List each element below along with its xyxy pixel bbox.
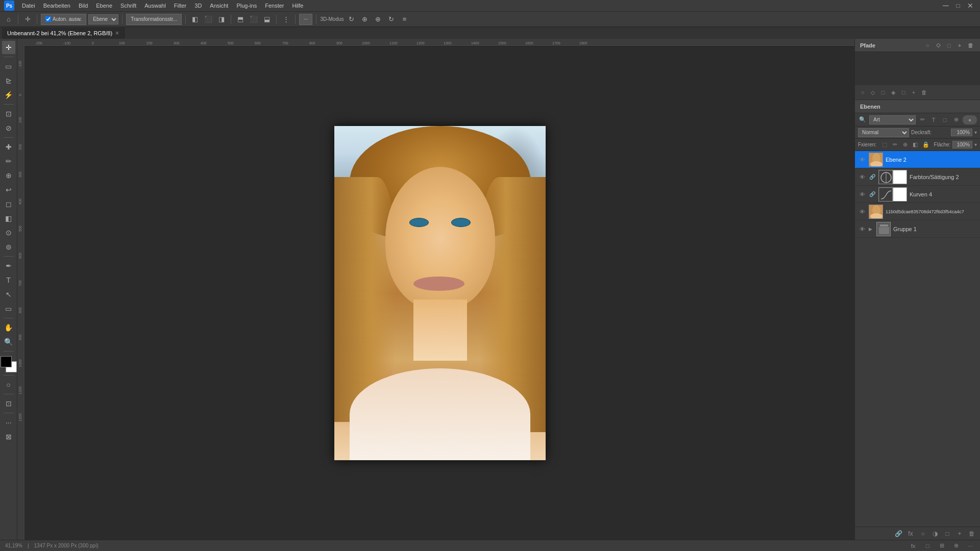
paths-rect-btn[interactable]: □ <box>944 41 953 50</box>
status-more-btn[interactable]: ··· <box>966 541 975 550</box>
move-tool-icon[interactable]: ✛ <box>22 14 33 25</box>
brush-tool-btn[interactable]: ✏ <box>2 155 15 168</box>
menu-bearbeiten[interactable]: Bearbeiten <box>40 2 74 10</box>
layer-item-gruppe1[interactable]: 👁 ▶ Gruppe 1 <box>855 220 980 238</box>
layer-eye-kurven4[interactable]: 👁 <box>858 190 866 198</box>
paths-icon-1[interactable]: ○ <box>858 88 867 97</box>
link-layers-btn[interactable]: 🔗 <box>893 529 903 539</box>
selection-tool-btn[interactable]: ▭ <box>2 60 15 73</box>
layer-chain-kurven4[interactable]: 🔗 <box>869 191 876 198</box>
layers-filter-btn-2[interactable]: T <box>929 115 938 124</box>
window-minimize-btn[interactable]: ─ <box>940 0 951 11</box>
stamp-tool-btn[interactable]: ⊕ <box>2 169 15 182</box>
heal-tool-btn[interactable]: ✚ <box>2 140 15 154</box>
layer-eye-ebene2[interactable]: 👁 <box>858 156 866 164</box>
move-tool-btn[interactable]: ✛ <box>2 41 15 54</box>
align-left-icon[interactable]: ◧ <box>189 14 201 25</box>
layer-mode-select[interactable]: Ebene <box>88 14 118 24</box>
layer-eye-farbton[interactable]: 👁 <box>858 173 866 181</box>
menu-fenster[interactable]: Fenster <box>261 2 287 10</box>
pen-tool-btn[interactable]: ✒ <box>2 259 15 272</box>
menu-ebene[interactable]: Ebene <box>92 2 116 10</box>
layers-filter-icon[interactable]: 🔍 <box>858 115 867 124</box>
tab-close-btn[interactable]: × <box>115 30 119 37</box>
paths-trash-btn[interactable]: 🗑 <box>966 41 975 50</box>
layer-item-kurven4[interactable]: 👁 🔗 Kurven 4 <box>855 186 980 203</box>
align-center-h-icon[interactable]: ⬛ <box>203 14 214 25</box>
align-bottom-icon[interactable]: ⬓ <box>261 14 273 25</box>
distribute-icon[interactable]: ⋮ <box>280 14 291 25</box>
paths-icon-4[interactable]: ◈ <box>889 88 898 97</box>
fill-arrow[interactable]: ▾ <box>974 142 977 147</box>
eyedropper-tool-btn[interactable]: ⊘ <box>2 121 15 135</box>
home-icon[interactable]: ⌂ <box>3 14 14 25</box>
screen-mode-btn[interactable]: ⊡ <box>2 397 15 410</box>
layers-filter-btn-1[interactable]: ✏ <box>918 115 927 124</box>
layers-filter-btn-4[interactable]: ⊕ <box>951 115 961 124</box>
3d-zoom-icon[interactable]: ⊕ <box>373 14 384 25</box>
menu-bild[interactable]: Bild <box>75 2 91 10</box>
shape-tool-btn[interactable]: ▭ <box>2 302 15 315</box>
lock-all-btn[interactable]: 🔒 <box>922 140 930 149</box>
layer-item-hash[interactable]: 👁 11b0d5dcae835708d472f6d3f54ca4c7 <box>855 203 980 220</box>
blend-mode-select[interactable]: Normal <box>858 128 909 137</box>
menu-hilfe[interactable]: Hilfe <box>288 2 307 10</box>
crop-tool-btn[interactable]: ⊡ <box>2 107 15 120</box>
layers-filter-toggle[interactable]: ● <box>963 115 977 124</box>
extra-options-btn[interactable]: ··· <box>299 14 312 25</box>
align-right-icon[interactable]: ◨ <box>216 14 227 25</box>
gradient-tool-btn[interactable]: ◧ <box>2 212 15 225</box>
arrange-btn[interactable]: ⊠ <box>2 430 15 443</box>
menu-ansicht[interactable]: Ansicht <box>206 2 232 10</box>
auto-select-checkbox[interactable] <box>45 16 51 22</box>
3d-extra-icon[interactable]: ≡ <box>399 14 410 25</box>
menu-auswahl[interactable]: Auswahl <box>141 2 169 10</box>
foreground-color-swatch[interactable] <box>1 356 12 367</box>
hand-tool-btn[interactable]: ✋ <box>2 321 15 334</box>
new-group-btn[interactable]: □ <box>942 529 952 539</box>
delete-layer-btn[interactable]: 🗑 <box>967 529 977 539</box>
menu-3d[interactable]: 3D <box>191 2 205 10</box>
path-select-btn[interactable]: ↖ <box>2 288 15 301</box>
3d-roll-icon[interactable]: ↻ <box>386 14 397 25</box>
blur-tool-btn[interactable]: ⊙ <box>2 226 15 239</box>
quick-mask-btn[interactable]: ○ <box>2 378 15 391</box>
history-tool-btn[interactable]: ↩ <box>2 183 15 196</box>
paths-icon-2[interactable]: ◇ <box>868 88 877 97</box>
lock-transparent-btn[interactable]: ⬚ <box>880 140 889 149</box>
status-screen-btn[interactable]: □ <box>923 541 932 550</box>
align-center-v-icon[interactable]: ⬛ <box>248 14 259 25</box>
auto-select-btn[interactable]: Auton. ausw. <box>41 14 86 25</box>
extra-tools-btn[interactable]: ··· <box>2 416 15 429</box>
window-close-btn[interactable]: ✕ <box>965 0 976 11</box>
eraser-tool-btn[interactable]: ◻ <box>2 197 15 211</box>
layer-arrow-gruppe1[interactable]: ▶ <box>869 227 874 232</box>
add-mask-btn[interactable]: ○ <box>918 529 928 539</box>
opacity-value[interactable]: 100% <box>951 129 972 136</box>
paths-diamond-btn[interactable]: ◇ <box>934 41 943 50</box>
transform-btn[interactable]: Transformationsstr... <box>126 14 182 25</box>
paths-icon-7[interactable]: 🗑 <box>919 88 928 97</box>
status-grid-btn[interactable]: ⊞ <box>937 541 946 550</box>
layers-filter-btn-3[interactable]: □ <box>940 115 949 124</box>
paths-icon-6[interactable]: + <box>909 88 918 97</box>
paths-circle-btn[interactable]: ○ <box>923 41 932 50</box>
paths-icon-3[interactable]: □ <box>878 88 888 97</box>
paths-icon-5[interactable]: □ <box>899 88 908 97</box>
menu-filter[interactable]: Filter <box>170 2 190 10</box>
new-layer-btn[interactable]: + <box>954 529 965 539</box>
layer-chain-farbton[interactable]: 🔗 <box>869 173 876 181</box>
adjustment-layer-btn[interactable]: ◑ <box>930 529 940 539</box>
lock-position-btn[interactable]: ⊕ <box>901 140 909 149</box>
zoom-tool-btn[interactable]: 🔍 <box>2 335 15 348</box>
layers-filter-select[interactable]: Art <box>869 115 916 124</box>
wand-tool-btn[interactable]: ⚡ <box>2 88 15 102</box>
3d-pan-icon[interactable]: ⊕ <box>359 14 371 25</box>
layer-item-ebene2[interactable]: 👁 Ebene 2 <box>855 151 980 168</box>
3d-rotate-icon[interactable]: ↻ <box>346 14 357 25</box>
document-tab[interactable]: Unbenannt-2 bei 41,2% (Ebene 2, RGB/8) × <box>2 28 125 39</box>
opacity-arrow[interactable]: ▾ <box>974 130 977 135</box>
layer-item-farbton[interactable]: 👁 🔗 Farbton/Sättigung 2 <box>855 168 980 186</box>
menu-schrift[interactable]: Schrift <box>117 2 140 10</box>
status-3d-btn[interactable]: ⊕ <box>951 541 961 550</box>
